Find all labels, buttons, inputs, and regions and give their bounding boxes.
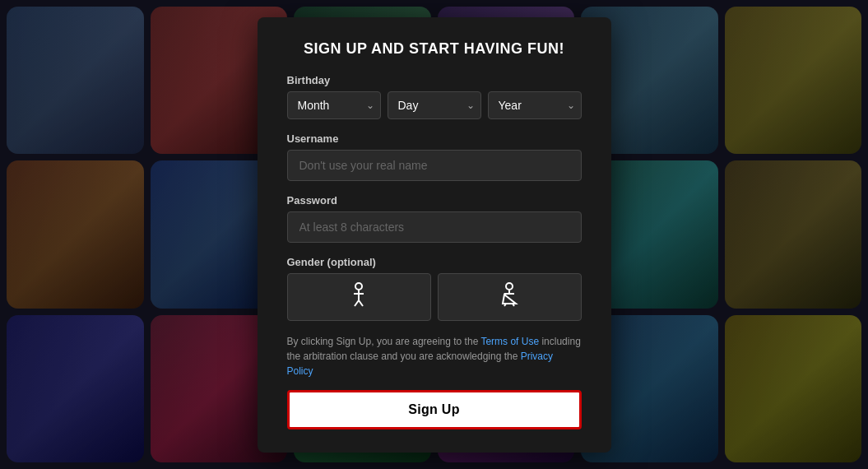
gender-female-button[interactable] — [438, 273, 582, 321]
username-label: Username — [287, 132, 582, 145]
terms-text: By clicking Sign Up, you are agreeing to… — [287, 334, 582, 378]
day-select[interactable]: Day — [388, 91, 481, 119]
gender-label: Gender (optional) — [287, 256, 582, 268]
year-select-wrapper: Year ⌄ — [488, 91, 582, 119]
year-select[interactable]: Year — [488, 91, 582, 119]
modal-title: SIGN UP AND START HAVING FUN! — [287, 40, 582, 58]
birthday-field-group: Birthday Month January February March Ap… — [287, 74, 582, 119]
svg-line-4 — [359, 300, 363, 306]
svg-point-5 — [506, 283, 513, 290]
signup-button[interactable]: Sign Up — [287, 390, 582, 430]
password-field-group: Password — [287, 194, 582, 243]
female-icon — [499, 282, 519, 312]
gender-male-button[interactable] — [287, 273, 431, 321]
birthday-label: Birthday — [287, 74, 582, 86]
day-select-wrapper: Day ⌄ — [388, 91, 481, 119]
male-icon — [349, 282, 369, 311]
username-field-group: Username — [287, 132, 582, 181]
signup-modal: SIGN UP AND START HAVING FUN! Birthday M… — [258, 17, 611, 453]
password-label: Password — [287, 194, 582, 207]
terms-of-use-link[interactable]: Terms of Use — [480, 336, 539, 347]
gender-row — [287, 273, 582, 321]
svg-point-0 — [355, 283, 362, 290]
birthday-row: Month January February March April May J… — [287, 91, 582, 119]
username-input[interactable] — [287, 150, 582, 181]
modal-wrapper: SIGN UP AND START HAVING FUN! Birthday M… — [0, 0, 868, 469]
svg-line-3 — [355, 300, 359, 306]
gender-field-group: Gender (optional) — [287, 256, 582, 321]
month-select-wrapper: Month January February March April May J… — [287, 91, 381, 119]
password-input[interactable] — [287, 211, 582, 243]
month-select[interactable]: Month January February March April May J… — [287, 91, 381, 119]
